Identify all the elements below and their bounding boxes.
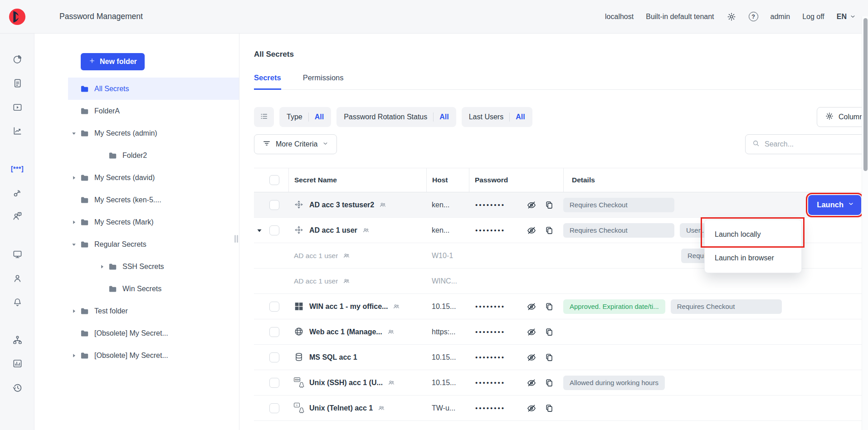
sidebar-folder-item[interactable]: [Obsolete] My Secret...	[68, 322, 239, 344]
caret-down-icon[interactable]	[257, 228, 262, 233]
folder-label: My Secrets (david)	[94, 174, 155, 182]
sidebar-folder-item[interactable]: My Secrets (ken-5....	[68, 189, 239, 211]
folder-icon	[108, 262, 117, 271]
secret-name: WIN acc 1 - my office...	[309, 303, 388, 311]
sidebar-folder-item[interactable]: My Secrets (david)	[68, 166, 239, 189]
sidebar-folder-item[interactable]: Win Secrets	[96, 278, 239, 300]
tab-permissions[interactable]: Permissions	[303, 73, 344, 89]
list-view-button[interactable]	[254, 107, 274, 127]
password-cell: ••••••••	[469, 352, 563, 362]
reveal-password-icon[interactable]	[527, 302, 536, 312]
caret-down-icon[interactable]	[68, 242, 80, 247]
rail-notifications-bell-icon[interactable]	[11, 296, 24, 308]
row-checkbox[interactable]	[269, 302, 279, 312]
rail-sessions-monitor-icon[interactable]	[11, 248, 24, 260]
caret-right-icon[interactable]	[68, 176, 80, 180]
table-row[interactable]: ›Unix (Telnet) acc 1TW-u...••••••••	[254, 396, 868, 421]
columns-display-button[interactable]: Columns Display	[817, 107, 868, 127]
rail-user-requests-user-question-icon[interactable]: ?	[11, 210, 24, 222]
copy-password-icon[interactable]	[544, 403, 554, 413]
launch-button[interactable]: Launch	[808, 195, 861, 215]
reveal-password-icon[interactable]	[527, 200, 536, 210]
sidebar-folder-item[interactable]: [Obsolete] My Secret...	[68, 344, 239, 366]
sidebar-folder-item[interactable]: FolderA	[68, 100, 239, 122]
reveal-password-icon[interactable]	[527, 403, 536, 413]
table-row[interactable]: MS SQL acc 110.15...••••••••	[254, 345, 868, 370]
masked-password: ••••••••	[475, 201, 519, 209]
sidebar-folder-item[interactable]: Test folder	[68, 300, 239, 322]
reveal-password-icon[interactable]	[527, 327, 536, 337]
row-checkbox[interactable]	[269, 378, 279, 388]
filter-rotation-status[interactable]: Password Rotation StatusAll	[336, 107, 456, 127]
rail-documents-document-icon[interactable]	[11, 77, 24, 89]
scrollbar-thumb[interactable]	[863, 18, 868, 171]
table-row[interactable]: Web acc 1 (Manage...https:...••••••••	[254, 319, 868, 345]
settings-gear-icon[interactable]	[727, 12, 736, 22]
row-checkbox[interactable]	[269, 200, 279, 210]
rail-history-history-icon[interactable]	[11, 381, 24, 394]
sidebar-folder-item[interactable]: All Secrets	[68, 78, 239, 100]
filter-type[interactable]: TypeAll	[279, 107, 331, 127]
row-checkbox[interactable]	[269, 327, 279, 337]
masked-password: ••••••••	[475, 226, 519, 234]
logoff-link[interactable]: Log off	[802, 13, 824, 21]
reveal-password-icon[interactable]	[527, 378, 536, 388]
sidebar-folder-item[interactable]: Regular Secrets	[68, 233, 239, 255]
caret-right-icon[interactable]	[68, 220, 80, 225]
sidebar-resize-handle[interactable]	[234, 235, 238, 243]
caret-right-icon[interactable]	[68, 309, 80, 313]
host-cell: 10.15...	[426, 303, 469, 311]
folder-label: [Obsolete] My Secret...	[94, 329, 168, 337]
secret-name-cell: AD acc 1 user	[288, 225, 426, 235]
rail-reports-report-chart-icon[interactable]	[11, 357, 24, 370]
filter-last-users[interactable]: Last UsersAll	[462, 107, 532, 127]
globe-icon	[294, 327, 304, 337]
rail-users-user-icon[interactable]	[11, 272, 24, 284]
rail-dashboard-pie-chart-icon[interactable]	[11, 53, 24, 65]
copy-password-icon[interactable]	[544, 378, 554, 388]
rail-tutorials-video-icon[interactable]	[11, 101, 24, 113]
current-user[interactable]: admin	[770, 13, 790, 21]
sidebar-folder-item[interactable]: My Secrets (Mark)	[68, 211, 239, 233]
menu-item-launch-locally[interactable]: Launch locally	[705, 223, 801, 246]
copy-password-icon[interactable]	[544, 302, 554, 312]
row-checkbox[interactable]	[269, 352, 279, 362]
rail-topology-sitemap-icon[interactable]	[11, 333, 24, 346]
menu-item-launch-in-browser[interactable]: Launch in browser	[705, 246, 801, 270]
select-all-checkbox[interactable]	[269, 175, 279, 185]
row-select-cell	[254, 327, 288, 337]
rail-activity-activity-chart-icon[interactable]	[11, 124, 24, 137]
action-row: More Criteria Add	[254, 134, 868, 154]
copy-password-icon[interactable]	[544, 200, 554, 210]
reveal-password-icon[interactable]	[527, 225, 536, 235]
more-criteria-button[interactable]: More Criteria	[254, 134, 337, 154]
table-row[interactable]: AD acc 3 testuser2ken...••••••••Requires…	[254, 192, 868, 218]
copy-password-icon[interactable]	[544, 352, 554, 362]
folder-icon	[80, 106, 89, 116]
copy-password-icon[interactable]	[544, 327, 554, 337]
table-row[interactable]: SSHUnix (SSH) acc 1 (U...10.15...•••••••…	[254, 370, 868, 396]
language-selector[interactable]: EN	[837, 13, 856, 21]
app-logo[interactable]	[0, 8, 34, 25]
row-checkbox[interactable]	[269, 225, 279, 235]
reveal-password-icon[interactable]	[527, 352, 536, 362]
folder-icon	[80, 128, 89, 138]
caret-right-icon[interactable]	[96, 264, 108, 269]
table-row[interactable]: WIN acc 1 - my office...10.15...••••••••…	[254, 294, 868, 319]
rail-passwords-password-brackets-icon[interactable]: [***]	[11, 162, 24, 175]
new-folder-button[interactable]: New folder	[81, 53, 145, 70]
rail-keys-key-icon[interactable]	[11, 186, 24, 199]
search-input[interactable]	[765, 140, 862, 148]
copy-password-icon[interactable]	[544, 225, 554, 235]
caret-right-icon[interactable]	[68, 353, 80, 358]
sidebar-folder-item[interactable]: My Secrets (admin)	[68, 122, 239, 144]
page-scrollbar[interactable]	[862, 16, 868, 430]
sidebar-folder-item[interactable]: SSH Secrets	[96, 255, 239, 278]
caret-down-icon[interactable]	[68, 131, 80, 136]
row-checkbox[interactable]	[269, 403, 279, 413]
gear-icon	[825, 112, 834, 122]
sidebar-folder-item[interactable]: Folder2	[96, 144, 239, 166]
tab-secrets[interactable]: Secrets	[254, 73, 281, 90]
help-icon[interactable]: ?	[749, 12, 758, 21]
folder-icon	[80, 351, 89, 360]
